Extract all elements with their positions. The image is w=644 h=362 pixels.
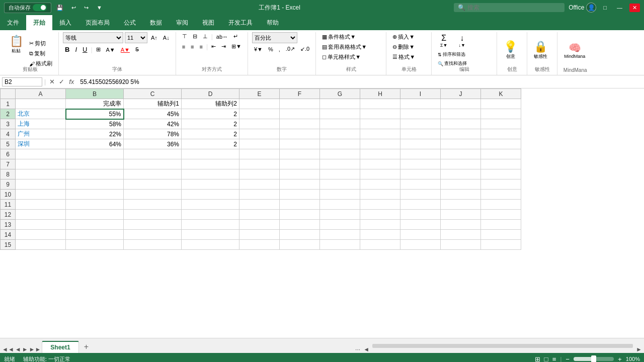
cell-G5[interactable] bbox=[320, 139, 360, 149]
cell-I6[interactable] bbox=[400, 149, 441, 159]
cell-I13[interactable] bbox=[400, 220, 441, 230]
cell-D7[interactable] bbox=[182, 159, 239, 169]
sheet-nav-prev[interactable]: ◄ bbox=[15, 346, 21, 353]
tab-view[interactable]: 视图 bbox=[195, 15, 221, 30]
cell-I4[interactable] bbox=[400, 129, 441, 139]
comma-button[interactable]: , bbox=[277, 45, 282, 53]
insert-cells-button[interactable]: ⊕ 插入▼ bbox=[390, 32, 417, 42]
cell-C12[interactable] bbox=[124, 210, 182, 220]
sort-filter-button[interactable]: ⇅ 排序和筛选 bbox=[436, 50, 470, 59]
cell-C13[interactable] bbox=[124, 220, 182, 230]
mindmana-button[interactable]: 🧠 MindMana bbox=[561, 40, 588, 60]
cell-K6[interactable] bbox=[481, 149, 521, 159]
cell-J15[interactable] bbox=[441, 240, 481, 250]
indent-dec-button[interactable]: ⇤ bbox=[209, 42, 218, 51]
cell-J3[interactable] bbox=[441, 119, 481, 129]
cell-F8[interactable] bbox=[280, 169, 320, 179]
decrease-decimal-button[interactable]: ↙.0 bbox=[298, 45, 311, 53]
cell-F2[interactable] bbox=[280, 109, 320, 119]
row-header-15[interactable]: 15 bbox=[1, 240, 16, 250]
merge-button[interactable]: ⊞▼ bbox=[229, 42, 244, 51]
cell-A15[interactable] bbox=[16, 240, 66, 250]
cell-D14[interactable] bbox=[182, 230, 239, 240]
cell-H10[interactable] bbox=[360, 190, 400, 200]
cell-C10[interactable] bbox=[124, 190, 182, 200]
cell-K14[interactable] bbox=[481, 230, 521, 240]
cell-A14[interactable] bbox=[16, 230, 66, 240]
cell-D15[interactable] bbox=[182, 240, 239, 250]
cell-D9[interactable] bbox=[182, 179, 239, 190]
cell-style-button[interactable]: ◻ 单元格样式▼ bbox=[320, 52, 369, 62]
col-header-H[interactable]: H bbox=[360, 89, 400, 99]
row-header-8[interactable]: 8 bbox=[1, 169, 16, 179]
cell-C8[interactable] bbox=[124, 169, 182, 179]
align-bottom-button[interactable]: ⊥ bbox=[201, 32, 210, 41]
format-cells-button[interactable]: ☰ 格式▼ bbox=[390, 52, 417, 62]
cell-I14[interactable] bbox=[400, 230, 441, 240]
cell-J10[interactable] bbox=[441, 190, 481, 200]
cell-G9[interactable] bbox=[320, 179, 360, 190]
cell-J1[interactable] bbox=[441, 99, 481, 109]
cell-A13[interactable] bbox=[16, 220, 66, 230]
sheet-more-button[interactable]: ··· bbox=[355, 346, 360, 353]
cell-G12[interactable] bbox=[320, 210, 360, 220]
cell-J7[interactable] bbox=[441, 159, 481, 169]
cell-E7[interactable] bbox=[239, 159, 280, 169]
tab-developer[interactable]: 开发工具 bbox=[221, 15, 260, 30]
cell-G6[interactable] bbox=[320, 149, 360, 159]
cell-H8[interactable] bbox=[360, 169, 400, 179]
row-header-5[interactable]: 5 bbox=[1, 139, 16, 149]
autosave-control[interactable]: 自动保存 bbox=[4, 3, 51, 13]
cell-A2[interactable]: 北京 bbox=[16, 109, 66, 119]
cell-G3[interactable] bbox=[320, 119, 360, 129]
cell-F10[interactable] bbox=[280, 190, 320, 200]
cell-J6[interactable] bbox=[441, 149, 481, 159]
cell-F5[interactable] bbox=[280, 139, 320, 149]
row-header-4[interactable]: 4 bbox=[1, 129, 16, 139]
cell-J2[interactable] bbox=[441, 109, 481, 119]
cell-D13[interactable] bbox=[182, 220, 239, 230]
cell-K11[interactable] bbox=[481, 200, 521, 210]
cell-E2[interactable] bbox=[239, 109, 280, 119]
cell-I9[interactable] bbox=[400, 179, 441, 190]
cell-H1[interactable] bbox=[360, 99, 400, 109]
row-header-14[interactable]: 14 bbox=[1, 230, 16, 240]
cell-F9[interactable] bbox=[280, 179, 320, 190]
cell-G7[interactable] bbox=[320, 159, 360, 169]
cell-I10[interactable] bbox=[400, 190, 441, 200]
cell-G1[interactable] bbox=[320, 99, 360, 109]
row-header-12[interactable]: 12 bbox=[1, 210, 16, 220]
tab-data[interactable]: 数据 bbox=[143, 15, 169, 30]
cell-E14[interactable] bbox=[239, 230, 280, 240]
cell-E3[interactable] bbox=[239, 119, 280, 129]
cell-K9[interactable] bbox=[481, 179, 521, 190]
search-input[interactable] bbox=[467, 4, 553, 11]
cell-H6[interactable] bbox=[360, 149, 400, 159]
cell-K2[interactable] bbox=[481, 109, 521, 119]
minimize-button[interactable]: — bbox=[614, 4, 625, 12]
cell-D3[interactable]: 2 bbox=[182, 119, 239, 129]
underline-button[interactable]: U bbox=[80, 45, 89, 54]
cell-G11[interactable] bbox=[320, 200, 360, 210]
cell-J4[interactable] bbox=[441, 129, 481, 139]
cell-A6[interactable] bbox=[16, 149, 66, 159]
cell-K5[interactable] bbox=[481, 139, 521, 149]
sheet-nav-next[interactable]: ► bbox=[22, 346, 28, 353]
cell-A10[interactable] bbox=[16, 190, 66, 200]
cell-H3[interactable] bbox=[360, 119, 400, 129]
cell-B5[interactable]: 64% bbox=[66, 139, 124, 149]
cell-G15[interactable] bbox=[320, 240, 360, 250]
undo-button[interactable]: ↩ bbox=[68, 4, 79, 12]
cell-E10[interactable] bbox=[239, 190, 280, 200]
cell-J13[interactable] bbox=[441, 220, 481, 230]
cell-A1[interactable] bbox=[16, 99, 66, 109]
cell-F13[interactable] bbox=[280, 220, 320, 230]
fill-button[interactable]: ↓ ↓▼ bbox=[454, 32, 470, 49]
cell-A3[interactable]: 上海 bbox=[16, 119, 66, 129]
conditional-format-button[interactable]: ▦ 条件格式▼ bbox=[320, 32, 369, 42]
save-button[interactable]: 💾 bbox=[53, 4, 66, 12]
cell-B14[interactable] bbox=[66, 230, 124, 240]
cell-B15[interactable] bbox=[66, 240, 124, 250]
delete-cells-button[interactable]: ⊖ 删除▼ bbox=[390, 42, 417, 52]
cell-A5[interactable]: 深圳 bbox=[16, 139, 66, 149]
